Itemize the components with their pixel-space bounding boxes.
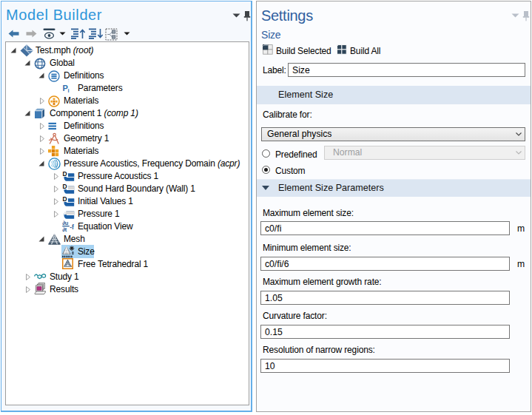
svg-text:-f: -f (70, 223, 74, 231)
svg-text:i: i (68, 87, 70, 94)
svg-text:D: D (62, 183, 67, 190)
svg-text:D: D (62, 171, 67, 178)
svg-text:∂t: ∂t (62, 226, 67, 232)
svg-text:D: D (62, 196, 67, 203)
